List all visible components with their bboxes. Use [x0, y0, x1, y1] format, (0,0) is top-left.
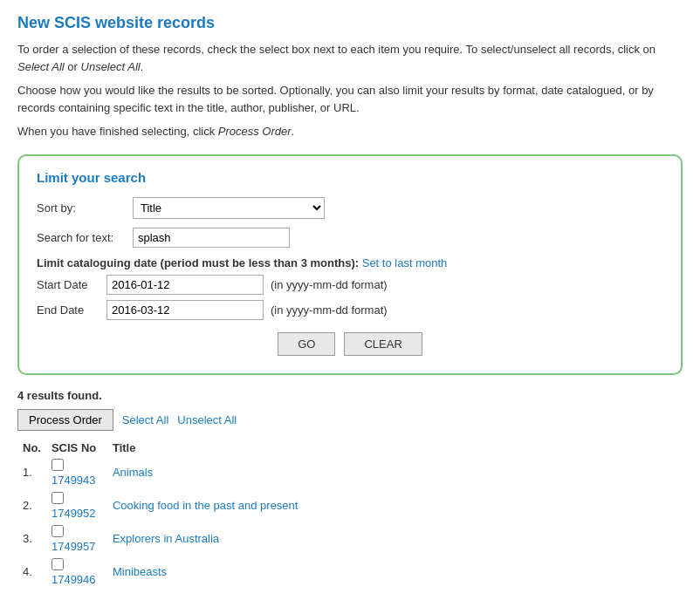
end-date-hint: (in yyyy-mm-dd format) — [271, 303, 388, 317]
intro-paragraph-1: To order a selection of these records, c… — [17, 41, 683, 75]
intro-text-1: To order a selection of these records, c… — [17, 43, 655, 56]
scis-link[interactable]: 1749946 — [51, 573, 96, 586]
scis-link[interactable]: 1749957 — [51, 540, 96, 553]
search-text-label: Search for text: — [37, 231, 133, 244]
date-limit-label: Limit cataloguing date (period must be l… — [37, 256, 359, 269]
row-checkbox[interactable] — [51, 558, 64, 570]
row-title: Animals — [107, 456, 683, 489]
intro-end: . — [141, 60, 144, 73]
row-no: 3. — [17, 522, 46, 556]
end-date-label: End Date — [37, 303, 106, 317]
table-row: 4. 1749946 Minibeasts — [17, 556, 683, 589]
intro-or: or — [65, 60, 81, 73]
table-row: 1. 1749943 Animals — [17, 456, 683, 489]
intro3-prefix: When you have finished selecting, click — [17, 125, 218, 138]
row-title: Cooking food in the past and present — [107, 489, 683, 522]
table-row: 2. 1749952 Cooking food in the past and … — [17, 489, 683, 522]
title-link[interactable]: Minibeasts — [113, 565, 167, 578]
intro-paragraph-2: Choose how you would like the results to… — [17, 82, 683, 116]
clear-button[interactable]: CLEAR — [344, 332, 422, 356]
col-header-scis: SCIS No — [46, 440, 107, 456]
go-button[interactable]: GO — [278, 332, 335, 356]
table-row: 3. 1749957 Explorers in Australia — [17, 522, 683, 556]
results-table: No. SCIS No Title 1. 1749943 Animals 2. … — [17, 440, 683, 589]
start-date-input[interactable] — [106, 275, 264, 295]
start-date-hint: (in yyyy-mm-dd format) — [271, 278, 388, 291]
sort-by-select[interactable]: Title Author Publisher Date Catalogued — [133, 197, 325, 219]
unselect-all-link[interactable]: Unselect All — [177, 413, 237, 426]
table-header-row: No. SCIS No Title — [17, 440, 683, 456]
row-no: 4. — [17, 556, 46, 589]
intro-paragraph-3: When you have finished selecting, click … — [17, 123, 683, 140]
process-order-ref: Process Order — [218, 125, 292, 138]
select-all-ref: Select All — [17, 60, 65, 73]
end-date-input[interactable] — [106, 300, 264, 320]
sort-by-label: Sort by: — [37, 201, 133, 215]
title-link[interactable]: Animals — [113, 466, 153, 479]
results-count: 4 results found. — [17, 389, 683, 402]
scis-link[interactable]: 1749952 — [51, 507, 96, 520]
col-header-no: No. — [17, 440, 46, 456]
row-title: Minibeasts — [107, 556, 683, 589]
process-order-row: Process Order Select All Unselect All — [17, 409, 683, 431]
limit-search-box: Limit your search Sort by: Title Author … — [17, 154, 683, 375]
row-scis: 1749946 — [46, 556, 107, 589]
search-text-row: Search for text: — [37, 228, 663, 248]
row-checkbox[interactable] — [51, 492, 64, 504]
set-last-month-link[interactable]: Set to last month — [362, 256, 448, 269]
process-order-button[interactable]: Process Order — [17, 409, 113, 431]
action-button-row: GO CLEAR — [37, 332, 663, 356]
intro3-suffix: . — [292, 125, 295, 138]
end-date-row: End Date (in yyyy-mm-dd format) — [37, 300, 663, 320]
row-title: Explorers in Australia — [107, 522, 683, 556]
unselect-all-ref: Unselect All — [81, 60, 141, 73]
row-scis: 1749952 — [46, 489, 107, 522]
title-link[interactable]: Explorers in Australia — [113, 532, 219, 545]
limit-search-heading: Limit your search — [37, 170, 663, 185]
date-limit-label-line: Limit cataloguing date (period must be l… — [37, 256, 663, 269]
row-scis: 1749957 — [46, 522, 107, 556]
scis-link[interactable]: 1749943 — [51, 474, 96, 487]
row-no: 2. — [17, 489, 46, 522]
select-all-link[interactable]: Select All — [122, 413, 168, 426]
page-title: New SCIS website records — [17, 14, 683, 32]
row-checkbox[interactable] — [51, 459, 64, 471]
start-date-row: Start Date (in yyyy-mm-dd format) — [37, 275, 663, 295]
date-limit-section: Limit cataloguing date (period must be l… — [37, 256, 663, 320]
row-no: 1. — [17, 456, 46, 489]
col-header-title: Title — [107, 440, 683, 456]
sort-by-row: Sort by: Title Author Publisher Date Cat… — [37, 197, 663, 219]
row-checkbox[interactable] — [51, 525, 64, 537]
search-text-input[interactable] — [133, 228, 290, 248]
start-date-label: Start Date — [37, 278, 106, 291]
row-scis: 1749943 — [46, 456, 107, 489]
title-link[interactable]: Cooking food in the past and present — [113, 499, 298, 512]
